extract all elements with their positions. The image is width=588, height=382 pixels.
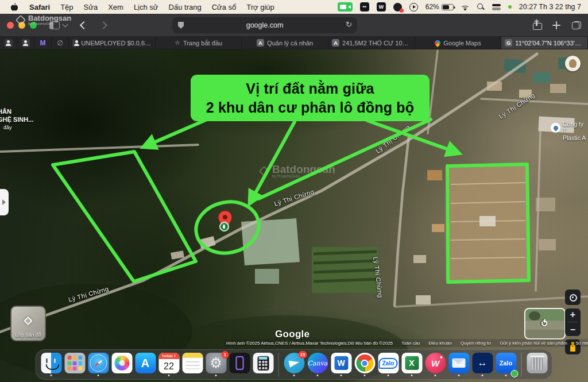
dock-canva[interactable]: Canva (307, 353, 328, 376)
dock-photos[interactable] (111, 353, 133, 376)
zoom-out-button[interactable]: − (570, 325, 575, 335)
pinned-tab-2[interactable] (17, 37, 34, 49)
canva-icon: Canva (307, 353, 328, 373)
screen: Safari Tệp Sửa Xem Lịch sử Dấu trang Cửa… (0, 0, 588, 382)
pinned-tab-3[interactable]: M (34, 37, 52, 49)
tab-start-page[interactable]: ☆ Trang bắt đầu (156, 37, 242, 49)
dock-divider (278, 353, 279, 377)
link-terms[interactable]: Điều khoản (429, 341, 452, 346)
minimize-window-button[interactable] (18, 22, 25, 29)
pinned-tab-4[interactable]: ∅ (52, 37, 69, 49)
street-view-thumbnail[interactable] (524, 308, 566, 339)
new-tab-icon[interactable] (552, 21, 560, 29)
satellite-map[interactable]: Lý Thị Chừng Lý Thị Chừng Lý Thị Chừng L… (0, 49, 588, 382)
control-center-icon[interactable] (492, 4, 501, 10)
menu-clock[interactable]: 20:27 Th 3 22 thg 7 (519, 3, 581, 11)
dock-iphone-mirroring[interactable] (229, 353, 250, 376)
map-scale: 50 mét (576, 341, 588, 346)
mail-icon (448, 353, 469, 373)
dock-mail[interactable] (448, 353, 470, 376)
account-avatar[interactable] (565, 56, 581, 71)
dock-calculator[interactable] (253, 353, 274, 376)
wifi-icon[interactable] (461, 3, 470, 10)
trash-icon (527, 353, 547, 373)
battery-percent: 62% (425, 3, 439, 11)
teamviewer-icon: ↔ (472, 353, 493, 373)
notes-icon (182, 353, 203, 373)
menu-window[interactable]: Cửa sổ (207, 3, 242, 11)
address-bar[interactable]: google.com ↻ (172, 17, 357, 33)
tab-label: Trang bắt đầu (183, 40, 222, 47)
safari-icon (88, 353, 109, 373)
apple-logo-icon[interactable] (10, 2, 18, 11)
dock-notes[interactable] (182, 353, 203, 376)
dock-zalo[interactable]: Zalo (378, 353, 399, 376)
dock: A THÁNG 7 22 1 ⚙ 15 Canva W Zalo X W (36, 349, 553, 380)
tab-label: UNEMPLOYED $0.0,6105 - UN… (81, 40, 151, 47)
zoom-window-button[interactable] (30, 22, 37, 29)
dock-trash[interactable] (527, 353, 548, 376)
dock-divider (521, 353, 522, 377)
dock-chrome[interactable] (354, 353, 376, 376)
dock-wps[interactable]: W (425, 353, 446, 376)
link-privacy[interactable]: Quyền riêng tư (461, 341, 491, 346)
my-location-button[interactable] (565, 290, 581, 305)
pinned-tab-1[interactable] (0, 37, 17, 49)
finder-icon (41, 353, 61, 373)
share-icon[interactable] (533, 21, 541, 30)
menu-view[interactable]: Xem (103, 3, 129, 11)
play-circle-icon[interactable] (409, 3, 418, 11)
tab-label: Google Maps (443, 40, 481, 47)
menu-extra-icon[interactable]: •• (360, 2, 369, 11)
zoom-control[interactable]: + − (565, 308, 581, 336)
back-button[interactable] (80, 21, 88, 29)
battery-status[interactable]: 62% (425, 3, 454, 11)
word-menu-icon[interactable]: W (377, 2, 386, 11)
dock-zalo-2[interactable]: Zalo (496, 353, 517, 376)
dock-settings[interactable]: 1 ⚙ (206, 353, 227, 376)
tab-label: 11°02'04.7"N 106°33'11.0"E -… (515, 40, 584, 47)
wps-icon: W (425, 353, 446, 373)
menu-help[interactable]: Trợ giúp (241, 3, 280, 11)
reload-icon[interactable]: ↻ (346, 20, 352, 29)
forward-button[interactable] (99, 21, 107, 29)
dock-telegram[interactable]: 15 (284, 353, 305, 376)
camera-indicator-icon[interactable] (338, 2, 353, 11)
menu-app-name[interactable]: Safari (24, 3, 55, 11)
persona-icon (22, 39, 30, 47)
chevron-down-icon[interactable] (63, 21, 68, 27)
panel-expander-button[interactable] (0, 189, 9, 215)
close-window-button[interactable] (7, 22, 14, 29)
tab-listing[interactable]: A 241,5M2 THỔ CƯ 100% NỞ HẬ… (328, 37, 415, 49)
dock-excel[interactable]: X (401, 353, 423, 376)
google-logo: Google (275, 329, 310, 340)
spotlight-search-icon[interactable] (477, 3, 485, 11)
link-global[interactable]: Toàn cầu (401, 341, 420, 346)
dock-launchpad[interactable] (64, 353, 86, 376)
cloud-menu-icon[interactable] (393, 3, 402, 11)
tab-overview-icon[interactable] (572, 21, 581, 29)
dock-teamviewer[interactable]: ↔ (472, 353, 493, 376)
menu-file[interactable]: Tệp (55, 3, 78, 11)
tab-account[interactable]: A Quản lý cá nhân (242, 37, 328, 49)
dock-word[interactable]: W (331, 353, 352, 376)
persona-icon (72, 39, 78, 47)
link-feedback[interactable]: Gửi ý kiến phản hồi về sản phẩm (500, 341, 567, 346)
tab-unemployed[interactable]: UNEMPLOYED $0.0,6105 - UN… (69, 37, 156, 49)
menu-history[interactable]: Lịch sử (129, 3, 164, 11)
tab-coordinates-active[interactable]: G 11°02'04.7"N 106°33'11.0"E -… (501, 37, 588, 49)
calendar-icon: THÁNG 7 22 (158, 353, 179, 373)
a-favicon: A (257, 39, 264, 47)
app-store-icon: A (135, 353, 156, 373)
menu-bookmarks[interactable]: Dấu trang (164, 3, 207, 11)
map-layers-button[interactable]: Lớp bản đồ (10, 306, 46, 341)
dock-safari[interactable] (88, 353, 109, 376)
place-poi-icon[interactable] (219, 222, 229, 231)
sidebar-toggle-icon[interactable] (49, 21, 60, 29)
dock-finder[interactable] (41, 353, 62, 376)
dock-calendar[interactable]: THÁNG 7 22 (158, 353, 180, 376)
menu-edit[interactable]: Sửa (79, 3, 103, 11)
tab-google-maps[interactable]: Google Maps (415, 37, 502, 49)
zoom-in-button[interactable]: + (570, 310, 575, 320)
dock-app-store[interactable]: A (135, 353, 156, 376)
